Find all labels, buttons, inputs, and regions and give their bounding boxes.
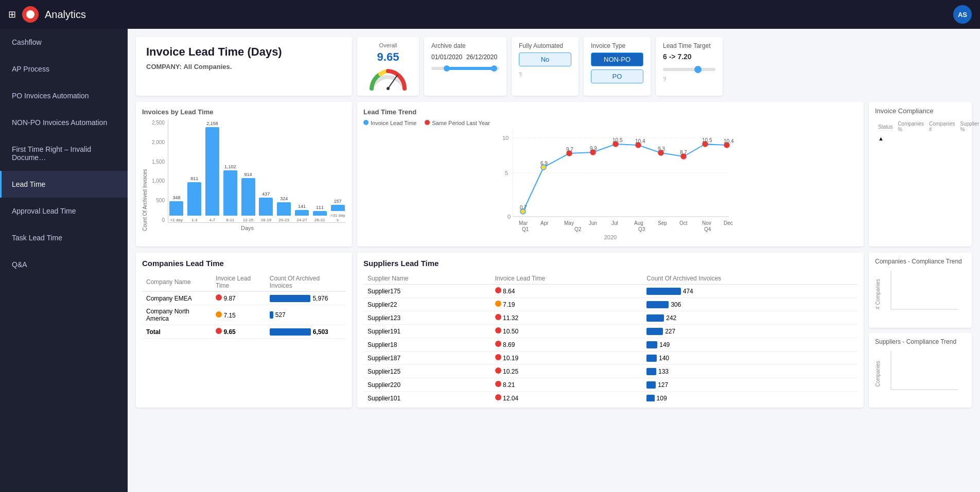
- suppliers-table: Supplier Name Invoice Lead Time Count Of…: [363, 273, 857, 401]
- svg-text:Jun: Jun: [589, 220, 597, 226]
- compliance-card: Invoice Compliance Status Companies % Co…: [869, 102, 972, 247]
- grid-icon[interactable]: ⊞: [8, 9, 16, 20]
- bar-rect: [313, 211, 327, 216]
- suppliers-compliance-trend-title: Suppliers - Compliance Trend: [875, 338, 966, 345]
- suppliers-lead-time-card: Suppliers Lead Time Supplier Name Invoic…: [357, 253, 864, 408]
- page-title: Invoice Lead Time (Days): [146, 45, 342, 59]
- svg-text:Aug: Aug: [634, 220, 643, 226]
- logo: [22, 6, 39, 23]
- svg-text:Mar: Mar: [519, 220, 528, 226]
- archive-to: 26/12/2020: [466, 54, 497, 61]
- svg-text:10.4: 10.4: [724, 138, 734, 144]
- table-row: Supplier175 8.64 474: [363, 285, 857, 298]
- table-row: Total 9.65 6,503: [142, 325, 346, 339]
- invoice-type-nonpo-button[interactable]: NON-PO: [591, 52, 643, 66]
- main-content: Invoice Lead Time (Days) COMPANY: All Co…: [128, 29, 980, 492]
- app-title: Analytics: [45, 9, 86, 21]
- bar-rect: [295, 210, 309, 216]
- automated-no-button[interactable]: No: [519, 52, 571, 66]
- lead-time-target-card: Lead Time Target 6 -> 7.20 ?: [656, 37, 723, 96]
- line-chart-title: Lead Time Trend: [363, 108, 857, 116]
- sidebar-item-cashflow[interactable]: Cashflow: [0, 29, 128, 56]
- companies-y-label: # Companies: [875, 279, 881, 309]
- svg-text:0: 0: [507, 214, 511, 220]
- table-row: Supplier220 8.21 127: [363, 378, 857, 392]
- bar-rect: [187, 182, 201, 216]
- svg-text:10.5: 10.5: [612, 137, 623, 143]
- sidebar-item-lead-time[interactable]: Lead Time: [0, 171, 128, 198]
- company-label: COMPANY: All Companies.: [146, 63, 342, 71]
- svg-text:Apr: Apr: [540, 220, 549, 226]
- right-panel: Companies - Compliance Trend # Companies…: [869, 253, 972, 408]
- svg-text:9.3: 9.3: [658, 146, 665, 152]
- date-slider[interactable]: [431, 67, 499, 70]
- bar-column: 43716-19: [258, 120, 274, 222]
- svg-text:5: 5: [505, 170, 508, 176]
- companies-compliance-trend-title: Companies - Compliance Trend: [875, 258, 966, 265]
- companies-lead-time-card: Companies Lead Time Company Name Invoice…: [136, 253, 352, 408]
- sidebar-item-qa[interactable]: Q&A: [0, 251, 128, 278]
- sidebar-item-po-invoices[interactable]: PO Invoices Automation: [0, 82, 128, 109]
- invoice-type-po-button[interactable]: PO: [591, 69, 643, 83]
- bar-rect: [277, 202, 291, 216]
- overall-card: Overall 9.65: [357, 37, 419, 96]
- suppliers-y-label: Companies: [875, 361, 881, 387]
- gauge-svg: [367, 66, 409, 91]
- table-row: Supplier125 10.25 133: [363, 365, 857, 378]
- bar-column: 2,1584-7: [204, 120, 221, 222]
- table-row: Supplier101 12.04 109: [363, 392, 857, 402]
- bar-rect: [223, 170, 237, 216]
- lead-time-target-value: 6 -> 7.20: [663, 52, 715, 61]
- svg-text:Sep: Sep: [658, 220, 667, 226]
- suppliers-lead-time-title: Suppliers Lead Time: [363, 259, 857, 268]
- bar-chart-title: Invoices by Lead Time: [142, 108, 346, 116]
- bar-rect: [205, 127, 219, 216]
- svg-text:Q3: Q3: [638, 226, 645, 232]
- table-row: Supplier191 10.50 227: [363, 325, 857, 338]
- svg-text:9.7: 9.7: [566, 147, 573, 152]
- table-row: Supplier22 7.19 306: [363, 298, 857, 311]
- compliance-table: Status Companies % Companies # Supplier …: [875, 119, 980, 144]
- line-chart-card: Lead Time Trend Invoice Lead Time Same P…: [357, 102, 864, 247]
- sidebar: Cashflow AP Process PO Invoices Automati…: [0, 29, 128, 492]
- bar-rect: [259, 198, 273, 216]
- archive-label: Archive date: [431, 42, 499, 49]
- sidebar-item-ap-process[interactable]: AP Process: [0, 56, 128, 82]
- bar-column: 91412-15: [240, 120, 256, 222]
- companies-lead-time-title: Companies Lead Time: [142, 259, 346, 268]
- svg-text:Oct: Oct: [679, 220, 688, 226]
- bar-column: 11128-31: [311, 120, 328, 222]
- sidebar-item-task-lead-time[interactable]: Task Lead Time: [0, 224, 128, 251]
- table-row: Supplier18 8.69 149: [363, 338, 857, 352]
- svg-text:6.9: 6.9: [540, 161, 548, 166]
- header-row: Invoice Lead Time (Days) COMPANY: All Co…: [136, 37, 972, 96]
- automated-card: Fully Automated No ?: [512, 37, 579, 96]
- bar-column: 14124-27: [294, 120, 310, 222]
- line-chart-svg: 0 5 10: [363, 129, 857, 232]
- bar-column: 8111-3: [186, 120, 203, 222]
- bar-column: 157>31 days: [329, 120, 346, 222]
- bar-x-label: Days: [149, 225, 346, 231]
- sidebar-item-nonpo-invoices[interactable]: NON-PO Invoices Automation: [0, 109, 128, 136]
- bar-rect: [241, 178, 255, 216]
- svg-text:10: 10: [502, 135, 509, 141]
- svg-text:Q4: Q4: [704, 226, 711, 232]
- sidebar-item-first-time-right[interactable]: First Time Right – Invalid Docume…: [0, 136, 128, 171]
- bar-y-label: Count Of Archived Invoices: [142, 120, 148, 231]
- archive-from: 01/01/2020: [431, 54, 462, 61]
- bar-rect: [169, 201, 183, 216]
- lead-time-slider[interactable]: [663, 68, 715, 71]
- avatar[interactable]: AS: [953, 5, 972, 24]
- trend-legend: Invoice Lead Time Same Period Last Year: [363, 120, 857, 126]
- overall-value: 9.65: [377, 50, 399, 64]
- svg-text:Q1: Q1: [522, 226, 529, 232]
- compliance-title: Invoice Compliance: [875, 107, 966, 115]
- svg-text:Q2: Q2: [574, 226, 582, 232]
- topbar: ⊞ Analytics AS: [0, 0, 980, 29]
- bar-column: 1,1028-11: [222, 120, 238, 222]
- svg-text:8.7: 8.7: [680, 150, 687, 155]
- table-row: Company EMEA 9.87 5,976: [142, 292, 346, 305]
- svg-text:Dec: Dec: [724, 220, 733, 226]
- suppliers-compliance-trend-card: Suppliers - Compliance Trend Companies: [869, 333, 972, 408]
- sidebar-item-approval-lead-time[interactable]: Approval Lead Time: [0, 198, 128, 224]
